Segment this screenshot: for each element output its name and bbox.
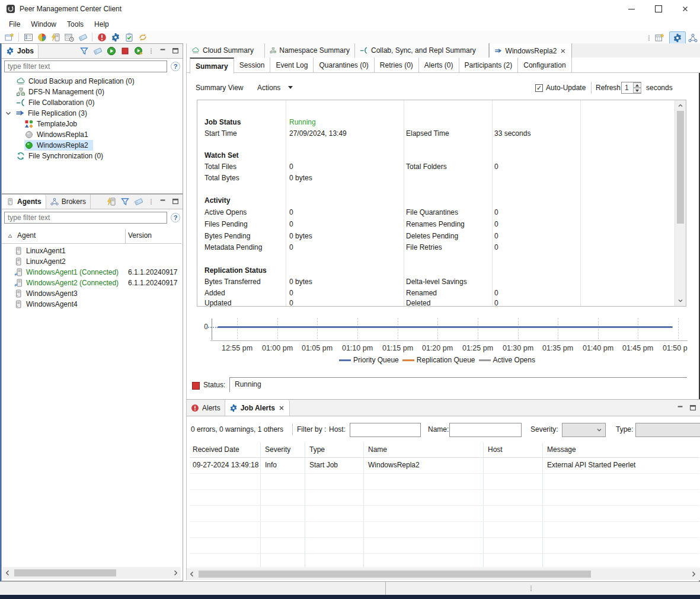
statusbar-grip-icon[interactable]: [528, 585, 535, 592]
jobs-filter-input[interactable]: [4, 60, 167, 72]
tag-filter-button[interactable]: [93, 46, 103, 56]
type-select[interactable]: [635, 423, 700, 437]
tab-namespace-summary[interactable]: Namespace Summary: [265, 43, 355, 58]
column-header-severity[interactable]: Severity: [265, 442, 290, 457]
agents-filter-help-icon[interactable]: [171, 213, 180, 222]
agents-filter-input[interactable]: [4, 212, 167, 224]
host-filter-input[interactable]: [350, 423, 421, 437]
menu-help[interactable]: Help: [89, 18, 114, 31]
scroll-right-icon[interactable]: [171, 569, 180, 577]
column-header-agent[interactable]: Agent: [17, 231, 36, 240]
column-header-name[interactable]: Name: [368, 442, 387, 457]
subtab-retries[interactable]: Retries (0): [375, 58, 419, 73]
start-job-button[interactable]: [107, 46, 116, 56]
tree-item-file-replication[interactable]: File Replication (3): [4, 108, 87, 119]
tree-item-cloud-backup[interactable]: Cloud Backup and Replication (0): [16, 76, 135, 87]
tree-item-windowsrepla1[interactable]: WindowsRepla1: [24, 129, 88, 140]
spinner-up-button[interactable]: [633, 82, 641, 88]
maximize-view-button[interactable]: [171, 197, 180, 206]
tab-brokers[interactable]: Brokers: [46, 195, 91, 209]
actions-dropdown-arrow-icon[interactable]: [288, 86, 293, 89]
subtab-session[interactable]: Session: [234, 58, 271, 73]
minimize-window-button[interactable]: [618, 0, 645, 18]
minimize-view-button[interactable]: [159, 197, 167, 206]
view-menu-button[interactable]: [148, 47, 155, 55]
subtab-participants[interactable]: Participants (2): [459, 58, 519, 73]
refresh-all-button[interactable]: [136, 31, 149, 43]
alerts-horizontal-scrollbar[interactable]: [187, 568, 700, 580]
open-perspective-button[interactable]: [653, 32, 666, 44]
subtab-configuration[interactable]: Configuration: [518, 58, 571, 73]
scrollbar-thumb[interactable]: [14, 569, 116, 576]
scroll-right-icon[interactable]: [689, 570, 698, 578]
column-header-received-date[interactable]: Received Date: [193, 442, 239, 457]
column-header-version[interactable]: Version: [128, 231, 152, 240]
scroll-up-icon[interactable]: [676, 101, 685, 110]
maximize-view-button[interactable]: [171, 47, 180, 55]
tree-item-file-collaboration[interactable]: File Collaboration (0): [16, 97, 94, 108]
alert-row-received[interactable]: 09-27-2024 13:49:18: [193, 458, 258, 473]
close-tab-icon[interactable]: [278, 404, 285, 412]
scrollbar-thumb[interactable]: [199, 571, 591, 578]
subtab-quarantines[interactable]: Quarantines (0): [314, 58, 374, 73]
agents-horizontal-scrollbar[interactable]: [2, 567, 181, 579]
close-tab-icon[interactable]: [560, 47, 567, 55]
actions-menu-button[interactable]: Actions: [257, 84, 280, 92]
agent-flash-icon-button[interactable]: [107, 197, 116, 206]
alert-row-name[interactable]: WindowsRepla2: [368, 458, 420, 473]
management-perspective-button[interactable]: [669, 31, 686, 44]
scroll-left-icon[interactable]: [188, 570, 196, 578]
tree-item-file-synchronization[interactable]: File Synchronization (0): [16, 151, 103, 161]
dashboard-button[interactable]: [35, 31, 49, 43]
scrollbar-thumb[interactable]: [677, 111, 684, 224]
schedule-button[interactable]: [62, 31, 76, 43]
filter-jobs-button[interactable]: [79, 46, 89, 56]
tag-filter-button[interactable]: [134, 197, 143, 206]
stop-job-button[interactable]: [120, 46, 130, 56]
column-divider[interactable]: [125, 229, 126, 243]
minimize-view-button[interactable]: [676, 404, 685, 412]
subtab-event-log[interactable]: Event Log: [270, 58, 314, 73]
agent-row-windowsagent2[interactable]: WindowsAgent2 (Connected): [14, 278, 119, 288]
column-header-type[interactable]: Type: [309, 442, 325, 457]
tree-item-templatejob[interactable]: TemplateJob: [24, 119, 77, 129]
alert-row-message[interactable]: External API Started Peerlet: [547, 458, 635, 473]
agent-updates-button[interactable]: [49, 31, 62, 43]
alert-row-type[interactable]: Start Job: [309, 458, 338, 473]
scroll-down-icon[interactable]: [676, 297, 685, 305]
menu-tools[interactable]: Tools: [62, 18, 89, 31]
new-job-button[interactable]: [2, 31, 16, 43]
settings-button[interactable]: [108, 31, 122, 43]
perspective-overflow-button[interactable]: [645, 32, 653, 44]
summary-vertical-scrollbar[interactable]: [675, 100, 686, 306]
name-filter-input[interactable]: [449, 423, 522, 437]
maximize-view-button[interactable]: [689, 404, 697, 412]
alerts-button[interactable]: [95, 31, 108, 43]
tree-item-windowsrepla2[interactable]: WindowsRepla2: [24, 140, 93, 151]
broker-perspective-button[interactable]: [686, 32, 699, 44]
tab-windowsrepla2[interactable]: WindowsRepla2: [489, 43, 572, 58]
menu-file[interactable]: File: [4, 18, 25, 31]
filter-agents-button[interactable]: [120, 197, 130, 206]
tab-agents[interactable]: Agents: [2, 195, 46, 209]
column-header-host[interactable]: Host: [488, 442, 503, 457]
tab-job-alerts[interactable]: Job Alerts: [225, 400, 290, 416]
column-header-message[interactable]: Message: [547, 442, 576, 457]
agent-row-windowsagent4[interactable]: WindowsAgent4: [14, 299, 78, 310]
preferences-list-button[interactable]: [21, 31, 35, 43]
agent-row-windowsagent3[interactable]: WindowsAgent3: [14, 288, 78, 299]
scroll-left-icon[interactable]: [4, 569, 12, 577]
tree-item-dfsn-management[interactable]: DFS-N Management (0): [16, 87, 104, 97]
tags-button[interactable]: [76, 31, 90, 43]
maximize-window-button[interactable]: [645, 0, 672, 18]
tasks-button[interactable]: [122, 31, 136, 43]
tab-collab-sync-repl-summary[interactable]: Collab, Sync, and Repl Summary: [355, 43, 489, 58]
subtab-summary[interactable]: Summary: [190, 58, 234, 74]
restart-job-button[interactable]: [134, 46, 143, 56]
subtab-alerts[interactable]: Alerts (0): [419, 58, 459, 73]
close-window-button[interactable]: [672, 0, 698, 18]
jobs-filter-help-icon[interactable]: [171, 62, 180, 71]
tab-jobs[interactable]: Jobs: [2, 44, 39, 58]
agent-row-linuxagent2[interactable]: LinuxAgent2: [14, 256, 66, 267]
tab-cloud-summary[interactable]: Cloud Summary: [187, 43, 265, 58]
